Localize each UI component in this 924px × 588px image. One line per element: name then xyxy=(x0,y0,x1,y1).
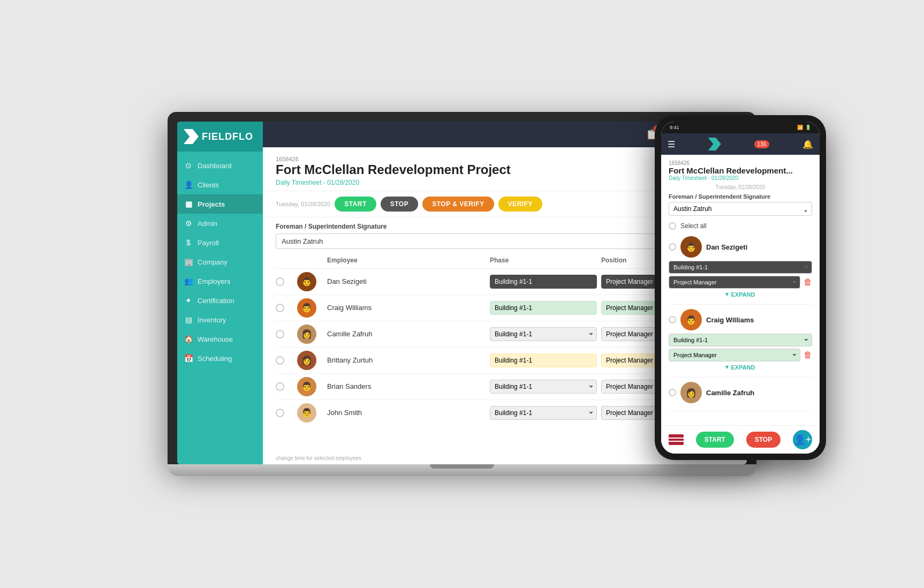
employee-name: Brittany Zurtuh xyxy=(327,356,486,364)
row-radio[interactable] xyxy=(276,304,284,312)
select-all-radio[interactable] xyxy=(669,222,676,230)
hamburger-icon[interactable]: ☰ xyxy=(668,139,675,149)
phone-content: 1658426 Fort McClellan Redevelopment... … xyxy=(661,155,820,425)
phone-emp-name: Craig Williams xyxy=(706,316,754,324)
employee-name: John Smith xyxy=(327,409,486,417)
phone-device: 9:41 📶 🔋 ☰ 136 🔔 xyxy=(655,115,826,460)
laptop-device: FIELDFLO ⊙ Dashboard 👤 Clients ▦ xyxy=(168,112,756,476)
sidebar-item-company[interactable]: 🏢 Company xyxy=(177,252,263,272)
sidebar: FIELDFLO ⊙ Dashboard 👤 Clients ▦ xyxy=(177,122,263,464)
sidebar-item-label: Warehouse xyxy=(198,335,233,343)
phone-project-title: Fort McClellan Redevelopment... xyxy=(669,166,812,175)
phase-select[interactable]: Building #1-1 xyxy=(490,327,597,341)
phone-emp-name: Camille Zafruh xyxy=(706,389,754,397)
phone-start-button[interactable]: START xyxy=(696,432,734,448)
phone-logo-icon xyxy=(708,138,721,150)
phone-status-bar: 9:41 📶 🔋 xyxy=(661,122,820,133)
laptop-base xyxy=(168,464,756,476)
admin-icon: ⚙ xyxy=(184,218,193,228)
phone-bell-icon[interactable]: 🔔 xyxy=(802,139,813,149)
sidebar-item-certification[interactable]: ✦ Certification xyxy=(177,291,263,310)
verify-button[interactable]: VERIFY xyxy=(498,197,542,212)
start-button[interactable]: START xyxy=(335,197,376,212)
sidebar-item-payroll[interactable]: $ Payroll xyxy=(177,233,263,252)
stop-button[interactable]: STOP xyxy=(381,197,418,212)
employee-name: Dan Sezigeti xyxy=(327,277,486,285)
row-radio[interactable] xyxy=(276,356,284,365)
chevron-down-icon: ▾ xyxy=(725,291,729,298)
sidebar-item-admin[interactable]: ⚙ Admin xyxy=(177,214,263,233)
phase-select[interactable]: Building #1-1 xyxy=(490,275,597,289)
phone-stop-button[interactable]: STOP xyxy=(746,432,781,448)
phone-foreman-select-wrapper: Austin Zatruh xyxy=(669,202,812,220)
phone-bottom-bar: START STOP 👤+ xyxy=(661,425,820,454)
phone-badge: 136 xyxy=(754,140,770,148)
sidebar-item-clients[interactable]: 👤 Clients xyxy=(177,175,263,194)
sidebar-item-label: Employers xyxy=(198,277,230,285)
row-radio[interactable] xyxy=(276,277,284,286)
employee-name: Camille Zafruh xyxy=(327,330,486,338)
phone-row-radio[interactable] xyxy=(669,316,676,323)
battery-icon: 🔋 xyxy=(805,125,811,130)
sidebar-item-label: Company xyxy=(198,258,228,266)
phone-foreman-select[interactable]: Austin Zatruh xyxy=(669,202,812,216)
select-all-label: Select all xyxy=(680,222,707,230)
dashboard-icon: ⊙ xyxy=(184,161,193,170)
phone-pos-row: Project Manager 🗑 xyxy=(669,276,812,289)
avatar: 👨 xyxy=(297,272,316,291)
inventory-icon: ▤ xyxy=(184,315,193,325)
sidebar-item-projects[interactable]: ▦ Projects xyxy=(177,194,263,214)
phone-row-radio[interactable] xyxy=(669,243,676,251)
sidebar-logo: FIELDFLO xyxy=(177,122,263,152)
avatar: 👩 xyxy=(297,325,316,344)
avatar: 👩 xyxy=(297,351,316,370)
sidebar-item-inventory[interactable]: ▤ Inventory xyxy=(177,310,263,329)
warehouse-icon: 🏠 xyxy=(184,334,193,344)
certification-icon: ✦ xyxy=(184,296,193,305)
phone-phase-select[interactable]: Building #1-1 xyxy=(669,261,812,274)
avatar: 👨 xyxy=(297,403,316,423)
phone-position-select[interactable]: Project Manager xyxy=(669,276,800,289)
phone-row-radio[interactable] xyxy=(669,389,676,396)
row-radio[interactable] xyxy=(276,330,284,338)
laptop-notch xyxy=(430,464,494,469)
phone-date: Tuesday, 01/28/2020 xyxy=(669,184,812,190)
phone-avatar: 👨 xyxy=(680,236,702,258)
sidebar-item-warehouse[interactable]: 🏠 Warehouse xyxy=(177,329,263,349)
stop-verify-button[interactable]: STOP & VERIFY xyxy=(422,197,494,212)
phone-phase-select[interactable]: Building #1-1 xyxy=(669,334,812,346)
delete-icon[interactable]: 🗑 xyxy=(804,277,812,287)
phase-select[interactable]: Building #1-1 xyxy=(490,380,597,394)
sidebar-item-scheduling[interactable]: 📅 Scheduling xyxy=(177,349,263,368)
avatar: 👨 xyxy=(297,377,316,396)
sidebar-nav: ⊙ Dashboard 👤 Clients ▦ Projects ⚙ xyxy=(177,152,263,464)
delete-icon[interactable]: 🗑 xyxy=(804,350,812,360)
phone-add-employee-button[interactable]: 👤+ xyxy=(793,430,812,449)
sidebar-item-label: Certification xyxy=(198,297,234,305)
flag-icon xyxy=(669,434,684,445)
phone-position-select[interactable]: Project Manager xyxy=(669,349,800,361)
employee-name: Craig Williams xyxy=(327,304,486,312)
row-radio[interactable] xyxy=(276,409,284,417)
sidebar-item-label: Inventory xyxy=(198,316,226,324)
phone-project-id: 1658426 xyxy=(669,160,812,166)
phone-pos-row: Project Manager 🗑 xyxy=(669,349,812,361)
employee-name: Brian Sanders xyxy=(327,382,486,390)
phone-top-bar: ☰ 136 🔔 xyxy=(661,133,820,155)
col-employee: Employee xyxy=(327,257,486,264)
clients-icon: 👤 xyxy=(184,180,193,190)
row-radio[interactable] xyxy=(276,382,284,391)
phone-project-sub: Daily Timesheet - 01/28/2020 xyxy=(669,175,812,181)
sidebar-item-label: Dashboard xyxy=(198,162,232,170)
logo-icon xyxy=(184,129,199,144)
sidebar-item-employers[interactable]: 👥 Employers xyxy=(177,272,263,291)
expand-button[interactable]: ▾ EXPAND xyxy=(669,289,812,300)
phase-select[interactable]: Building #1-1 xyxy=(490,406,597,420)
sidebar-item-label: Admin xyxy=(198,220,217,228)
phone-avatar: 👨 xyxy=(680,309,702,330)
phone-emp-name: Dan Sezigeti xyxy=(706,243,747,251)
phase-select[interactable]: Building #1-1 xyxy=(490,353,597,367)
sidebar-item-dashboard[interactable]: ⊙ Dashboard xyxy=(177,156,263,175)
expand-button[interactable]: ▾ EXPAND xyxy=(669,361,812,373)
phase-select[interactable]: Building #1-1 xyxy=(490,301,597,315)
